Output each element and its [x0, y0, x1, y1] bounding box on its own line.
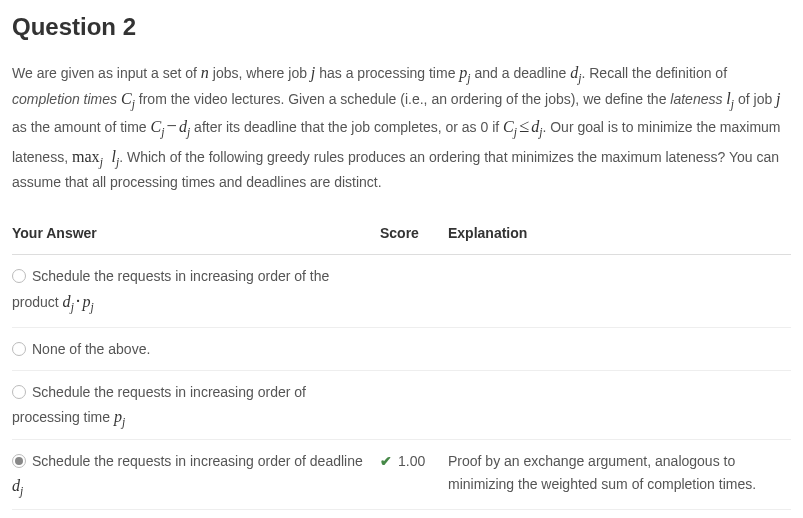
- math-dj: dj: [570, 64, 581, 81]
- text: . Recall the definition of: [581, 65, 727, 81]
- question-title: Question 2: [12, 8, 791, 46]
- table-row: Schedule the requests in increasing orde…: [12, 371, 791, 440]
- text: and a deadline: [471, 65, 571, 81]
- italic-term: lateness: [670, 91, 722, 107]
- score-value: 1.00: [398, 453, 425, 469]
- score-cell: [380, 254, 448, 327]
- score-cell: ✔1.00: [380, 440, 448, 509]
- question-prompt: We are given as input a set of n jobs, w…: [12, 60, 791, 193]
- math-dj-dot-pj: dj·pj: [63, 293, 94, 310]
- math-max-lj: maxj lj: [72, 148, 119, 165]
- option-text: Schedule the requests in increasing orde…: [12, 453, 363, 493]
- text: after its deadline that the job complete…: [190, 119, 503, 135]
- option-text: None of the above.: [32, 341, 150, 357]
- option-text: Schedule the requests in increasing orde…: [12, 384, 306, 424]
- header-answer: Your Answer: [12, 212, 380, 255]
- explanation-cell: [448, 327, 791, 370]
- answer-table: Your Answer Score Explanation Schedule t…: [12, 212, 791, 518]
- math-pj: pj: [114, 408, 125, 425]
- question-container: Question 2 We are given as input a set o…: [0, 0, 803, 518]
- explanation-cell: [448, 371, 791, 440]
- radio-icon[interactable]: [12, 385, 26, 399]
- text: from the video lectures. Given a schedul…: [135, 91, 670, 107]
- radio-icon[interactable]: [12, 269, 26, 283]
- italic-term: completion times: [12, 91, 117, 107]
- math-pj: pj: [459, 64, 470, 81]
- score-cell: [380, 371, 448, 440]
- math-j: j: [776, 90, 780, 107]
- radio-icon[interactable]: [12, 342, 26, 356]
- explanation-cell: [448, 254, 791, 327]
- math-n: n: [201, 64, 209, 81]
- math-Cj-leq-dj: Cj≤dj: [503, 118, 542, 135]
- math-Cj-minus-dj: Cj−dj: [151, 118, 191, 135]
- text: . Which of the following greedy rules pr…: [12, 149, 779, 191]
- text: We are given as input a set of: [12, 65, 201, 81]
- header-score: Score: [380, 212, 448, 255]
- text: has a processing time: [315, 65, 459, 81]
- table-row: Schedule the requests in increasing orde…: [12, 254, 791, 327]
- radio-icon-selected[interactable]: [12, 454, 26, 468]
- check-icon: ✔: [380, 450, 392, 472]
- total-label: Total: [12, 509, 380, 518]
- table-row: Schedule the requests in increasing orde…: [12, 440, 791, 509]
- total-explanation: [448, 509, 791, 518]
- text: jobs, where job: [209, 65, 311, 81]
- table-row: None of the above.: [12, 327, 791, 370]
- score-cell: [380, 327, 448, 370]
- math-Cj: Cj: [121, 90, 135, 107]
- header-explanation: Explanation: [448, 212, 791, 255]
- total-score: 1.00 / 1.00: [380, 509, 448, 518]
- table-row-total: Total 1.00 / 1.00: [12, 509, 791, 518]
- math-lj: lj: [726, 90, 734, 107]
- text: as the amount of time: [12, 119, 151, 135]
- option-text: Schedule the requests in increasing orde…: [12, 268, 329, 310]
- math-dj: dj: [12, 477, 23, 494]
- explanation-cell: Proof by an exchange argument, analogous…: [448, 440, 791, 509]
- text: of job: [734, 91, 776, 107]
